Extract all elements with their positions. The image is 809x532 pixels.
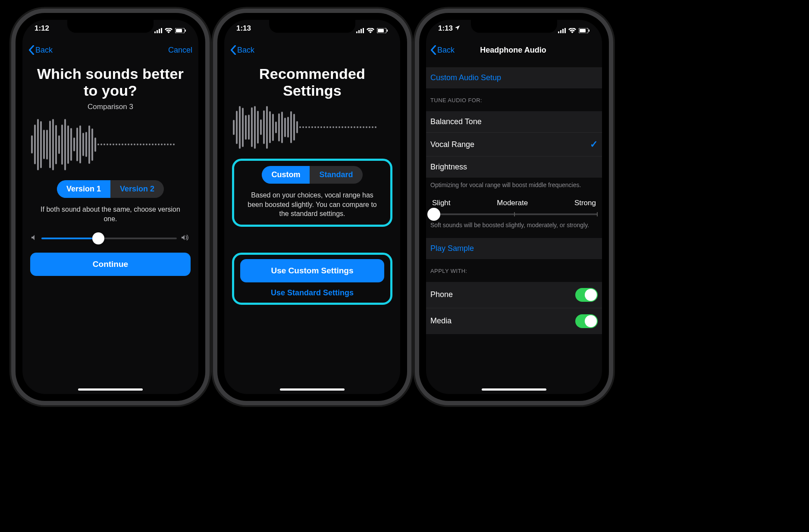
volume-track[interactable] [41, 238, 177, 239]
comparison-subtitle: Comparison 3 [28, 103, 192, 111]
home-indicator[interactable] [482, 388, 546, 391]
chevron-left-icon [430, 45, 436, 55]
battery-icon [377, 28, 388, 33]
level-slight-label: Slight [432, 199, 451, 207]
phone-headphone-audio: 1:13 Back Headphone Audio [419, 13, 609, 401]
apply-with-header: APPLY WITH: [426, 259, 602, 277]
cancel-button[interactable]: Cancel [168, 46, 192, 55]
custom-standard-segmented[interactable]: Custom Standard [262, 166, 362, 184]
segment-version-2[interactable]: Version 2 [110, 180, 164, 198]
chevron-left-icon [230, 45, 236, 55]
tune-option-label: Balanced Tone [430, 117, 482, 126]
page-title: Recommended Settings [230, 66, 394, 99]
svg-rect-0 [154, 31, 156, 33]
svg-rect-13 [387, 30, 388, 32]
back-button[interactable]: Back [430, 45, 455, 55]
svg-rect-3 [161, 28, 162, 33]
continue-button[interactable]: Continue [30, 253, 191, 276]
back-label: Back [35, 46, 53, 55]
wifi-icon [367, 28, 374, 33]
tune-option-vocal[interactable]: Vocal Range ✓ [426, 133, 602, 156]
back-button[interactable]: Back [230, 45, 254, 55]
version-segmented-control[interactable]: Version 1 Version 2 [57, 180, 164, 198]
back-button[interactable]: Back [28, 45, 53, 55]
segment-custom[interactable]: Custom [262, 166, 310, 184]
notch [471, 20, 557, 33]
tune-option-label: Brightness [430, 163, 467, 172]
svg-rect-15 [560, 30, 561, 33]
notch [269, 20, 355, 33]
battery-icon [579, 28, 590, 33]
svg-rect-9 [361, 29, 362, 33]
tune-option-balanced[interactable]: Balanced Tone [426, 111, 602, 133]
back-label: Back [237, 46, 254, 55]
apply-media-label: Media [430, 316, 452, 325]
home-indicator[interactable] [78, 388, 143, 391]
status-time: 1:13 [236, 24, 251, 37]
cellular-icon [558, 28, 566, 33]
instructions-text: If both sound about the same, choose ver… [28, 205, 192, 223]
phone-recommended: 1:13 Back Recommended Settings [217, 13, 407, 401]
apply-phone-label: Phone [430, 290, 453, 299]
svg-rect-17 [564, 28, 566, 33]
level-footer-note: Soft sounds will be boosted slightly, mo… [426, 218, 602, 229]
cellular-icon [154, 28, 162, 33]
cellular-icon [356, 28, 364, 33]
apply-media-row[interactable]: Media [426, 308, 602, 334]
phone-comparison: 1:12 Back Cancel Which sounds better to … [16, 13, 205, 401]
segment-version-1[interactable]: Version 1 [57, 180, 110, 198]
level-moderate-label: Moderate [497, 199, 528, 207]
use-standard-link[interactable]: Use Standard Settings [238, 288, 386, 297]
apply-phone-row[interactable]: Phone [426, 282, 602, 308]
waveform-graphic [28, 116, 192, 172]
wifi-icon [568, 28, 576, 33]
status-time: 1:12 [34, 24, 49, 37]
svg-rect-20 [589, 30, 590, 32]
volume-slider[interactable] [31, 235, 190, 242]
svg-rect-1 [157, 30, 158, 33]
svg-rect-12 [378, 29, 384, 32]
custom-audio-setup-row[interactable]: Custom Audio Setup [426, 67, 602, 88]
notch [67, 20, 154, 33]
svg-rect-14 [558, 31, 559, 33]
svg-rect-2 [159, 29, 160, 33]
description-text: Based on your choices, vocal range has b… [238, 191, 386, 219]
wifi-icon [165, 28, 172, 33]
volume-thumb[interactable] [92, 232, 104, 244]
battery-icon [175, 28, 186, 33]
waveform-graphic [230, 103, 394, 151]
home-indicator[interactable] [280, 388, 345, 391]
svg-rect-16 [562, 29, 564, 33]
tune-audio-header: TUNE AUDIO FOR: [426, 88, 602, 106]
boost-slider-thumb[interactable] [427, 208, 440, 221]
svg-rect-7 [356, 31, 357, 33]
status-time: 1:13 [438, 24, 460, 37]
back-label: Back [437, 46, 455, 55]
chevron-left-icon [28, 45, 34, 55]
use-custom-button[interactable]: Use Custom Settings [240, 259, 384, 282]
segment-standard[interactable]: Standard [310, 166, 362, 184]
svg-rect-19 [580, 29, 586, 32]
location-icon [455, 25, 460, 30]
tune-option-brightness[interactable]: Brightness [426, 156, 602, 178]
nav-title: Headphone Audio [455, 46, 572, 55]
volume-low-icon [31, 235, 37, 242]
play-sample-label: Play Sample [430, 244, 474, 253]
volume-high-icon [181, 235, 190, 242]
tune-footer-note: Optimizing for vocal range will boost mi… [426, 178, 602, 189]
svg-rect-6 [185, 30, 186, 32]
custom-audio-setup-label: Custom Audio Setup [430, 73, 501, 82]
checkmark-icon: ✓ [590, 139, 598, 150]
svg-rect-8 [358, 30, 360, 33]
play-sample-row[interactable]: Play Sample [426, 238, 602, 259]
page-title: Which sounds better to you? [28, 66, 192, 99]
boost-level-slider[interactable] [430, 213, 598, 215]
highlight-actions-section: Use Custom Settings Use Standard Setting… [232, 253, 392, 305]
media-toggle[interactable] [575, 314, 598, 328]
phone-toggle[interactable] [575, 288, 598, 302]
tune-option-label: Vocal Range [430, 140, 474, 149]
level-strong-label: Strong [574, 199, 596, 207]
svg-rect-5 [176, 29, 182, 32]
highlight-custom-section: Custom Standard Based on your choices, v… [232, 159, 392, 227]
svg-rect-10 [363, 28, 364, 33]
